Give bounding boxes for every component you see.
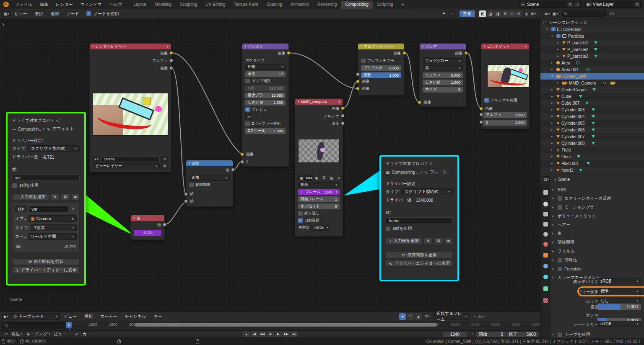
outliner-row-field[interactable]: ▸≋Field [540,147,644,153]
panel-indirect-lighting[interactable]: ▸間接照明 [552,239,644,246]
outliner-row-area[interactable]: ▸Area [540,59,644,66]
freestyle-checkbox[interactable] [558,267,562,271]
node-movie-clip[interactable]: ▾MMD_comp.avi◑ 画像 アルファ 深度 ▣ MM ◉ ⧉ ▤ × 動… [295,98,343,237]
scene-selector[interactable]: ◑▾ Scene ⧉ × [519,1,582,8]
factor-field[interactable]: 係数1.000 [361,72,401,78]
object-field[interactable]: ▣Camera× [28,215,77,222]
socket-alpha-in[interactable] [479,113,483,116]
tab-sculpting[interactable]: Sculpting [176,1,201,9]
socket-image-out[interactable] [402,51,406,55]
channel-type-dropdown[interactable]: Y位置▾ [31,224,77,231]
outliner-row-collection[interactable]: ▾✓Collection [540,26,644,33]
dope-menu-select[interactable]: 選択 [80,312,96,321]
add-input-variable-button[interactable]: +入力値を追加 [386,237,422,244]
image-datablock-icon[interactable]: ▣ [298,175,305,181]
outliner-row-cylinder-006[interactable]: ▸Cylinder.006 [540,126,644,133]
use-alpha-checkbox[interactable]: ✓ [484,98,489,103]
node-menu-node[interactable]: ノード [63,9,83,18]
socket-image1-in[interactable] [356,80,360,83]
simplify-checkbox[interactable] [558,258,562,263]
threshold-field[interactable]: しきい値1.000 [423,80,463,85]
filter-type-dropdown[interactable]: 人▾ [477,313,485,320]
outliner-row-cylinder-008[interactable]: ▸Cylinder.008 [540,140,644,147]
angle-field[interactable]: 角度0° [245,71,286,77]
socket-factor-in[interactable] [356,72,360,76]
sequencer-dropdown[interactable]: sRGB▾ [597,321,641,327]
tab-output-icon[interactable] [542,210,549,218]
channel-alpha-icon[interactable]: ◨ [494,10,501,17]
copy-variables-icon[interactable]: ⧉ [434,237,443,244]
tab-data-icon[interactable] [542,285,549,292]
ssr-checkbox[interactable] [558,196,562,201]
timeline-menu-marker[interactable]: マーカー [70,330,94,339]
outliner-row-centercarpet[interactable]: ▸CenterCarpet [540,86,644,93]
overlay-options-icon[interactable]: ≣▾ [530,10,537,17]
jump-to-end-button[interactable]: ▶| [291,331,298,337]
keying-menu[interactable]: キーイング▾ [26,331,50,337]
panel-film[interactable]: ▸フィルム [552,247,644,255]
scene-icon[interactable]: ◑▾ [520,2,526,7]
socket-image-out[interactable] [464,51,468,55]
tab-world-icon[interactable] [542,240,549,248]
premultiply-factor-field[interactable]: プリマルチ0.000 [361,65,401,71]
socket-alpha-out[interactable] [341,114,345,118]
outliner-search-input[interactable] [561,10,607,17]
motion-blur-checkbox[interactable] [558,205,562,210]
fake-user-icon[interactable]: ◉ [313,175,320,181]
auto-refresh-checkbox[interactable]: ✓ [298,218,303,223]
scene-field[interactable]: Scene [101,156,160,162]
next-keyframe-button[interactable]: ▶▶ [283,331,290,337]
size-field[interactable]: サイズ9 [423,87,463,93]
outliner-row-floor[interactable]: ▸Floor [540,153,644,160]
view-layer-name[interactable]: View Layer [593,2,633,7]
outliner-row-scene-collection[interactable]: シーンコレクション [540,19,644,26]
render-result-icon[interactable]: ◑ [525,44,527,49]
current-frame-field[interactable]: 1340 [443,332,467,337]
node-alpha-over[interactable]: ▾アルファオーバー 画像 プレマルチブラ.. プリマルチ0.000 係数1.00… [358,43,405,95]
open-folder-icon[interactable]: ▤ [328,175,335,181]
socket-depth-out[interactable] [341,121,345,125]
node-menu-view[interactable]: ビュー [10,9,31,18]
copy-variables-icon[interactable]: ⧉ [61,193,70,200]
remove-variable-icon[interactable]: × [70,206,77,212]
outliner-row-cube[interactable]: ▸Cube [540,93,644,100]
tab-modeling[interactable]: Modeling [151,1,176,9]
horizontal-scrollbar[interactable] [135,323,437,327]
outliner-row-heart1[interactable]: ▸heart1 [540,167,644,173]
driven-prop[interactable]: フレーム .. [430,169,450,175]
clamp-checkbox[interactable] [189,183,194,187]
prev-keyframe-button[interactable]: ◀◀ [259,331,266,337]
dope-menu-marker[interactable]: マーカー [96,312,121,321]
add-input-variable-button[interactable]: +入力値を追加 [12,193,49,200]
unlink-icon[interactable]: × [161,156,168,162]
panel-freestyle[interactable]: ▸Freestyle [552,265,644,273]
show-in-driver-editor-button[interactable]: ∿ドライバーエディターに表示 [386,260,453,267]
parent-node-icon[interactable]: ↑ [449,10,456,17]
tab-uv-editing[interactable]: UV Editing [201,1,229,9]
proportional-edit-icon[interactable]: ▲ [415,313,422,320]
dope-menu-key[interactable]: キー [150,312,166,321]
unlink-icon[interactable]: × [336,175,343,181]
outliner-row-p-particle2[interactable]: ▸P_particle2 [540,46,644,53]
backdrop-toggle[interactable]: 背景 [460,10,475,17]
toolbar-toggle-icon[interactable]: ❯ [2,23,5,26]
driver-type-dropdown[interactable]: スクリプト型の式▾ [28,145,80,152]
use-nodes-checkbox[interactable]: ✓ [86,11,91,16]
start-frame-field[interactable]: 開始フレーム1 [298,196,340,202]
look-dropdown[interactable]: なし▾ [597,298,641,304]
menu-help[interactable]: ヘルプ [106,0,126,9]
update-dependencies-button[interactable]: ⟳依存関係を更新 [386,252,453,258]
image-name-tag[interactable]: MM [306,175,312,181]
tab-animation[interactable]: Animation [286,1,313,9]
zscale-field[interactable]: Zスケール1.000 [245,128,286,134]
use-self-checkbox[interactable] [386,227,390,231]
view-layer-selector[interactable]: ▣▾ View Layer ⧉ [584,1,641,8]
use-zbuffer-checkbox[interactable] [245,121,250,126]
menu-edit[interactable]: 編集 [36,0,52,9]
cyclic-checkbox[interactable] [298,211,303,216]
render-result-icon[interactable]: ◑ [166,44,169,49]
socket-image-in[interactable] [479,107,483,111]
show-in-driver-editor-button[interactable]: ∿ドライバーエディターに表示 [12,267,80,273]
premultiply-checkbox[interactable] [361,59,366,63]
playhead-frame-tag[interactable]: 0 [66,322,72,328]
